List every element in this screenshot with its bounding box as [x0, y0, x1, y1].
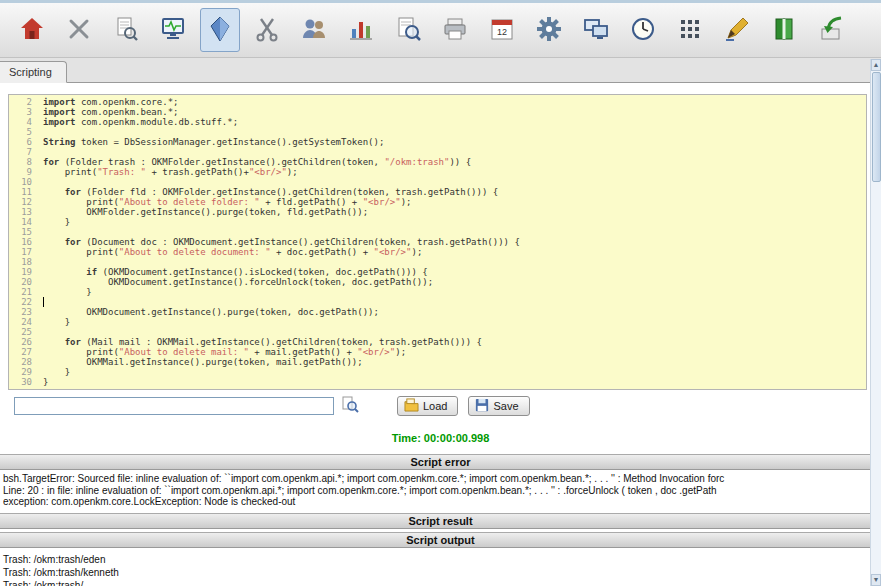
code-text: OKMFolder.getInstance().purge(token, fld…	[39, 207, 368, 217]
code-line[interactable]: 4import com.openkm.module.db.stuff.*;	[9, 117, 866, 127]
code-line[interactable]: 21 }	[9, 287, 866, 297]
code-text: if (OKMDocument.getInstance().isLocked(t…	[39, 267, 428, 277]
line-number: 24	[9, 317, 39, 327]
settings-gear-icon	[534, 14, 564, 47]
toolbar-search-document-button[interactable]	[388, 8, 428, 52]
line-number: 26	[9, 337, 39, 347]
users-icon	[299, 14, 329, 47]
code-line[interactable]: 9 print("Trash: " + trash.getPath()+"<br…	[9, 167, 866, 177]
code-editor-lines: 2import com.openkm.core.*;3import com.op…	[9, 97, 866, 387]
code-line[interactable]: 30}	[9, 377, 866, 387]
code-text	[39, 297, 44, 307]
line-number: 16	[9, 237, 39, 247]
toolbar-monitor-activity-button[interactable]	[153, 8, 193, 52]
save-disk-icon	[475, 398, 489, 414]
script-name-input[interactable]	[14, 397, 334, 415]
code-line[interactable]: 28 OKMMail.getInstance().purge(token, ma…	[9, 357, 866, 367]
code-line[interactable]: 18	[9, 257, 866, 267]
code-line[interactable]: 3import com.openkm.bean.*;	[9, 107, 866, 117]
code-text: }	[39, 377, 48, 387]
save-button[interactable]: Save	[468, 396, 529, 416]
code-text: print("Trash: " + trash.getPath()+"<br/>…	[39, 167, 298, 177]
code-line[interactable]: 6String token = DbSessionManager.getInst…	[9, 137, 866, 147]
output-line: Trash: /okm:trash/eden	[3, 553, 878, 566]
script-result-header: Script result	[0, 513, 881, 529]
code-line[interactable]: 8for (Folder trash : OKMFolder.getInstan…	[9, 157, 866, 167]
scrollbar-down-button[interactable]: ▼	[871, 574, 881, 586]
toolbar-list-button[interactable]	[670, 8, 710, 52]
code-line[interactable]: 24 }	[9, 317, 866, 327]
toolbar-statistics-button[interactable]	[341, 8, 381, 52]
error-line: bsh.TargetError: Sourced file: inline ev…	[3, 473, 878, 485]
code-line[interactable]: 2import com.openkm.core.*;	[9, 97, 866, 107]
line-number: 17	[9, 247, 39, 257]
code-line[interactable]: 20 OKMDocument.getInstance().forceUnlock…	[9, 277, 866, 287]
toolbar-export-button[interactable]	[811, 8, 851, 52]
tab-scripting[interactable]: Scripting	[0, 61, 67, 83]
code-text: OKMMail.getInstance().purge(token, mail.…	[39, 357, 363, 367]
cut-icon	[252, 14, 282, 47]
toolbar-home-button[interactable]	[12, 8, 52, 52]
code-text: print("About to delete document: " + doc…	[39, 247, 422, 257]
svg-text:12: 12	[497, 27, 507, 37]
code-text: import com.openkm.module.db.stuff.*;	[39, 117, 238, 127]
code-line[interactable]: 13 OKMFolder.getInstance().purge(token, …	[9, 207, 866, 217]
toolbar-scheduler-button[interactable]	[623, 8, 663, 52]
scrollbar-thumb[interactable]	[872, 72, 881, 182]
code-line[interactable]: 23 OKMDocument.getInstance().purge(token…	[9, 307, 866, 317]
line-number: 19	[9, 267, 39, 277]
code-line[interactable]: 22	[9, 297, 866, 307]
code-line[interactable]: 14 }	[9, 217, 866, 227]
toolbar-scripting-button[interactable]	[200, 8, 240, 52]
code-line[interactable]: 27 print("About to delete mail: " + mail…	[9, 347, 866, 357]
load-button-label: Load	[423, 400, 447, 412]
code-line[interactable]: 7	[9, 147, 866, 157]
toolbar-printer-button[interactable]	[435, 8, 475, 52]
code-text: }	[39, 317, 70, 327]
text-cursor	[43, 297, 44, 307]
execution-time: Time: 00:00:00.998	[0, 432, 881, 444]
code-text: print("About to delete folder: " + fld.g…	[39, 197, 411, 207]
printer-icon	[440, 14, 470, 47]
code-line[interactable]: 29 }	[9, 367, 866, 377]
toolbar-library-button[interactable]	[764, 8, 804, 52]
code-text	[39, 227, 43, 237]
code-line[interactable]: 26 for (Mail mail : OKMMail.getInstance(…	[9, 337, 866, 347]
load-button[interactable]: Load	[397, 396, 458, 416]
script-error-content: bsh.TargetError: Sourced file: inline ev…	[0, 470, 881, 513]
code-text	[39, 147, 43, 157]
toolbar-users-button[interactable]	[294, 8, 334, 52]
scrollbar-up-button[interactable]: ▲	[871, 59, 881, 71]
code-text: OKMDocument.getInstance().purge(token, d…	[39, 307, 379, 317]
line-number: 6	[9, 137, 39, 147]
code-line[interactable]: 12 print("About to delete folder: " + fl…	[9, 197, 866, 207]
code-line[interactable]: 5	[9, 127, 866, 137]
code-line[interactable]: 15	[9, 227, 866, 237]
search-script-button[interactable]	[339, 397, 361, 415]
line-number: 14	[9, 217, 39, 227]
toolbar-preview-button[interactable]	[106, 8, 146, 52]
code-line[interactable]: 19 if (OKMDocument.getInstance().isLocke…	[9, 267, 866, 277]
result-sections: Script error bsh.TargetError: Sourced fi…	[0, 454, 881, 586]
code-line[interactable]: 25	[9, 327, 866, 337]
code-line[interactable]: 17 print("About to delete document: " + …	[9, 247, 866, 257]
code-text	[39, 327, 43, 337]
toolbar-tools-button[interactable]	[59, 8, 99, 52]
line-number: 5	[9, 127, 39, 137]
code-line[interactable]: 11 for (Folder fld : OKMFolder.getInstan…	[9, 187, 866, 197]
toolbar-signature-button[interactable]	[717, 8, 757, 52]
code-line[interactable]: 10	[9, 177, 866, 187]
vertical-scrollbar[interactable]: ▲ ▼	[870, 59, 881, 586]
script-result-title: Script result	[408, 515, 472, 527]
code-editor[interactable]: 2import com.openkm.core.*;3import com.op…	[8, 94, 867, 390]
toolbar-settings-button[interactable]	[529, 8, 569, 52]
code-line[interactable]: 16 for (Document doc : OKMDocument.getIn…	[9, 237, 866, 247]
script-form-row: Load Save	[14, 396, 881, 416]
toolbar-calendar-button[interactable]: 12	[482, 8, 522, 52]
line-number: 30	[9, 377, 39, 387]
toolbar-workstations-button[interactable]	[576, 8, 616, 52]
code-text: for (Mail mail : OKMMail.getInstance().g…	[39, 337, 482, 347]
script-output-title: Script output	[406, 534, 474, 546]
toolbar-cut-button[interactable]	[247, 8, 287, 52]
monitor-activity-icon	[158, 14, 188, 47]
